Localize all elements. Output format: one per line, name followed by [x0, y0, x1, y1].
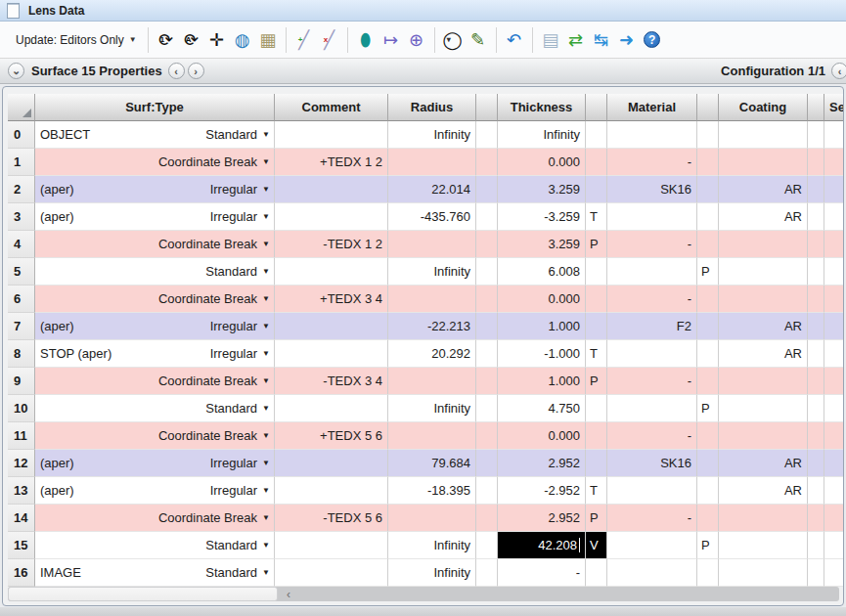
cell-material-solve-flag[interactable]	[697, 149, 719, 176]
surface-type-dropdown[interactable]: Irregular▼	[210, 182, 270, 197]
cell-material-solve-flag[interactable]: P	[697, 532, 719, 559]
row-number[interactable]: 8	[8, 340, 35, 368]
cell-thickness[interactable]: 0.000	[498, 286, 586, 313]
cell-material[interactable]: SK16	[607, 176, 697, 203]
cell-surf-type[interactable]: Standard▼	[35, 395, 275, 422]
cell-coating[interactable]	[719, 395, 808, 422]
surface-type-dropdown[interactable]: Coordinate Break▼	[158, 510, 270, 525]
surface-type-dropdown[interactable]: Coordinate Break▼	[158, 291, 270, 306]
cell-coating[interactable]: AR	[719, 313, 808, 340]
cell-comment[interactable]: +TEDX 1 2	[275, 149, 388, 176]
ring-dropdown-icon[interactable]: ◯▾	[440, 27, 466, 53]
cell-material[interactable]	[607, 559, 697, 587]
window-titlebar[interactable]: Lens Data	[0, 0, 846, 22]
cell-coating-flag[interactable]	[808, 258, 824, 286]
cell-material[interactable]: -	[607, 149, 697, 176]
cell-material[interactable]: SK16	[607, 450, 697, 477]
cell-comment[interactable]: +TEDX 5 6	[275, 422, 388, 450]
cell-radius-solve-flag[interactable]	[476, 368, 498, 395]
cell-semi-diameter[interactable]	[824, 395, 844, 422]
cell-semi-diameter[interactable]	[824, 149, 844, 176]
cell-coating-flag[interactable]	[808, 532, 824, 559]
cell-coating[interactable]	[719, 286, 808, 313]
cell-material-solve-flag[interactable]	[697, 121, 719, 149]
cell-coating[interactable]: AR	[719, 203, 808, 231]
cell-coating-flag[interactable]	[808, 368, 824, 395]
cell-comment[interactable]	[275, 203, 388, 231]
cell-thickness[interactable]: 3.259	[498, 231, 586, 258]
update-mode-dropdown[interactable]: Update: Editors Only ▼	[10, 29, 143, 51]
cell-radius[interactable]: Infinity	[388, 559, 476, 587]
cell-coating[interactable]: AR	[719, 477, 808, 505]
cell-surf-type[interactable]: Coordinate Break▼	[35, 422, 275, 450]
cell-material-solve-flag[interactable]	[697, 559, 719, 587]
cell-material[interactable]	[607, 477, 697, 505]
cell-comment[interactable]	[275, 176, 388, 203]
cell-radius[interactable]	[388, 149, 476, 176]
cell-coating-flag[interactable]	[808, 559, 824, 587]
surface-type-dropdown[interactable]: Coordinate Break▼	[158, 237, 270, 251]
surface-type-dropdown[interactable]: Coordinate Break▼	[158, 154, 270, 169]
cell-thickness-solve-flag[interactable]: T	[586, 203, 607, 231]
cell-thickness[interactable]: 2.952	[498, 505, 586, 532]
image-icon[interactable]: ▦	[255, 27, 281, 53]
row-number[interactable]: 13	[8, 477, 35, 505]
undo-arrow-icon[interactable]: ↶	[502, 27, 527, 53]
aperture-icon[interactable]: ⊕	[404, 27, 429, 53]
cell-comment[interactable]	[275, 340, 388, 368]
cell-thickness[interactable]: -3.259	[498, 203, 586, 231]
surface-type-dropdown[interactable]: Irregular▼	[210, 483, 270, 498]
cell-radius[interactable]: 22.014	[388, 176, 476, 203]
cell-radius[interactable]: Infinity	[388, 395, 476, 422]
cell-comment[interactable]	[275, 258, 388, 286]
row-number[interactable]: 7	[8, 313, 35, 340]
row-number[interactable]: 16	[8, 559, 35, 587]
cell-radius[interactable]	[388, 286, 476, 313]
cell-material-solve-flag[interactable]	[697, 313, 719, 340]
cell-material-solve-flag[interactable]	[697, 422, 719, 450]
cell-material-solve-flag[interactable]	[697, 368, 719, 395]
cell-material-solve-flag[interactable]	[697, 231, 719, 258]
next-surface-button[interactable]: ›	[188, 63, 204, 79]
cell-radius[interactable]: Infinity	[388, 532, 476, 559]
cell-radius-solve-flag[interactable]	[476, 505, 498, 532]
cell-semi-diameter[interactable]	[824, 532, 844, 559]
lens-arrow-icon[interactable]: ↦	[378, 27, 404, 53]
surface-type-dropdown[interactable]: Irregular▼	[210, 346, 270, 361]
cell-radius-solve-flag[interactable]	[476, 395, 498, 422]
cell-thickness-solve-flag[interactable]: P	[586, 368, 607, 395]
cell-coating[interactable]	[719, 258, 808, 286]
cell-semi-diameter[interactable]	[824, 422, 844, 450]
surface-type-dropdown[interactable]: Coordinate Break▼	[158, 428, 270, 443]
paintbrush-icon[interactable]: ✎	[466, 27, 491, 53]
cell-radius[interactable]: -22.213	[388, 313, 476, 340]
previous-surface-button[interactable]: ‹	[168, 63, 185, 79]
cell-thickness-solve-flag[interactable]	[586, 286, 607, 313]
element-drawing-icon[interactable]: ⬮	[353, 27, 378, 53]
cell-radius[interactable]: -435.760	[388, 203, 476, 231]
horizontal-scrollbar[interactable]: ‹	[8, 587, 839, 601]
cell-semi-diameter[interactable]	[824, 477, 844, 505]
cell-radius-solve-flag[interactable]	[476, 532, 498, 559]
cell-coating-flag[interactable]	[808, 121, 824, 149]
cell-radius-solve-flag[interactable]	[476, 203, 498, 231]
row-number[interactable]: 2	[8, 176, 35, 203]
cell-thickness-solve-flag[interactable]	[586, 176, 607, 203]
cell-coating[interactable]	[719, 149, 808, 176]
cell-thickness-solve-flag[interactable]: P	[586, 505, 607, 532]
cell-coating-flag[interactable]	[808, 340, 824, 368]
cell-radius-solve-flag[interactable]	[476, 313, 498, 340]
cell-coating-flag[interactable]	[808, 477, 824, 505]
cell-surf-type[interactable]: Coordinate Break▼	[35, 231, 275, 258]
cell-radius[interactable]: Infinity	[388, 121, 476, 149]
crosshair-icon[interactable]: ✛	[204, 27, 230, 53]
cell-material-solve-flag[interactable]	[697, 176, 719, 203]
cell-material-solve-flag[interactable]	[697, 340, 719, 368]
cell-material[interactable]	[607, 203, 697, 231]
cell-radius[interactable]: Infinity	[388, 258, 476, 286]
cell-radius-solve-flag[interactable]	[476, 258, 498, 286]
cell-material[interactable]	[607, 258, 697, 286]
cell-material[interactable]: -	[607, 422, 697, 450]
previous-configuration-button[interactable]: ‹	[831, 63, 846, 79]
surface-type-dropdown[interactable]: Coordinate Break▼	[158, 374, 270, 388]
